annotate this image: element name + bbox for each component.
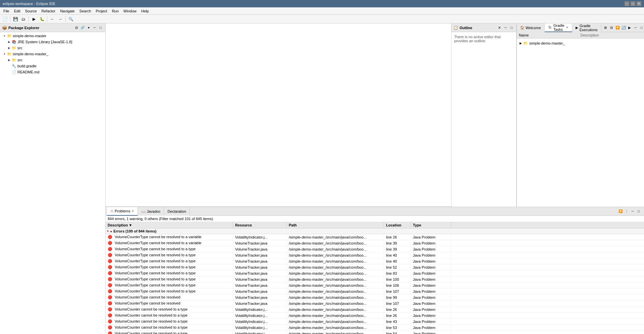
menu-help[interactable]: Help — [139, 8, 151, 14]
problem-desc-text-3: VolumeCounterType cannot be resolved to … — [115, 253, 196, 257]
problem-desc-text-9: VolumeCounterType cannot be resolved to … — [115, 289, 196, 293]
problem-row-2[interactable]: 🔴 VolumeCounterType cannot be resolved t… — [106, 246, 644, 252]
menu-navigate[interactable]: Navigate — [58, 8, 76, 14]
problem-row-16[interactable]: 🔴 VolumeCounter cannot be resolved to a … — [106, 331, 644, 334]
col-header-location[interactable]: Location — [384, 222, 411, 228]
menu-project[interactable]: Project — [94, 8, 109, 14]
tab-gradle-executions[interactable]: ▶ Gradle Executions — [572, 23, 601, 32]
maximize-button[interactable]: □ — [631, 1, 635, 6]
problem-row-7[interactable]: 🔴 VolumeCounterType cannot be resolved t… — [106, 276, 644, 282]
problem-cell-location-12: line 26 — [384, 307, 411, 312]
gradle-filter-button[interactable]: 🔽 — [615, 25, 620, 30]
debug-button[interactable]: 🐛 — [38, 15, 46, 23]
menu-edit[interactable]: Edit — [12, 8, 22, 14]
problem-row-1[interactable]: 🔴 VolumeCounterType cannot be resolved t… — [106, 240, 644, 246]
problems-scroll[interactable]: ▾ ● Errors (100 of 844 items) 🔴 VolumeCo… — [106, 228, 644, 334]
tab-problems[interactable]: ⚠ Problems ✕ — [107, 207, 138, 216]
tab-welcome[interactable]: 🏠 Welcome — [517, 23, 545, 32]
forward-button[interactable]: → — [57, 15, 64, 23]
save-button[interactable]: 💾 — [12, 15, 19, 23]
problem-row-12[interactable]: 🔴 VolumeCounter cannot be resolved to a … — [106, 307, 644, 313]
close-button[interactable]: ✕ — [637, 1, 641, 6]
gradle-tasks-close-icon[interactable]: ✕ — [566, 26, 569, 29]
outline-title: Outline — [460, 26, 495, 30]
menu-run[interactable]: Run — [110, 8, 121, 14]
tree-item-simple-demo-master[interactable]: ▾ 📁 simple-demo-master — [0, 33, 105, 39]
col-header-resource[interactable]: Resource — [233, 222, 287, 228]
tree-item-src1[interactable]: ▶ 📁 src — [0, 45, 105, 51]
outline-min-button[interactable]: ─ — [503, 25, 508, 30]
expand-icon-0[interactable]: ▾ — [2, 34, 7, 38]
problem-row-15[interactable]: 🔴 VolumeCounter cannot be resolved to a … — [106, 325, 644, 331]
tab-gradle-tasks[interactable]: 🐘 Gradle Tasks ✕ — [545, 23, 572, 32]
toolbar-sep-1 — [10, 16, 10, 22]
problem-cell-desc-1: 🔴 VolumeCounterType cannot be resolved t… — [106, 241, 233, 246]
gradle-item-simple-demo-master[interactable]: ▶ 📁 simple-demo-master_ — [518, 40, 643, 47]
problem-row-3[interactable]: 🔴 VolumeCounterType cannot be resolved t… — [106, 252, 644, 258]
gradle-collapse-button[interactable]: ⊟ — [609, 25, 614, 30]
collapse-all-button[interactable]: ⊟ — [74, 25, 79, 30]
outline-close-button[interactable]: ✕ — [497, 25, 502, 30]
search-button[interactable]: 🔍 — [67, 15, 74, 23]
package-explorer-controls: ⊟ 🔗 ▾ ─ □ — [74, 25, 103, 30]
back-button[interactable]: ← — [49, 15, 56, 23]
minimize-panel-button[interactable]: ─ — [92, 25, 97, 30]
problem-cell-desc-12: 🔴 VolumeCounter cannot be resolved to a … — [106, 307, 233, 312]
problem-row-14[interactable]: 🔴 VolumeCounter cannot be resolved to a … — [106, 319, 644, 325]
expand-icon-root2[interactable]: ▾ — [2, 52, 7, 56]
tree-item-readme[interactable]: ▶ 📄 README.md — [0, 69, 105, 75]
problems-max-button[interactable]: □ — [636, 209, 641, 214]
problem-row-5[interactable]: 🔴 VolumeCounterType cannot be resolved t… — [106, 264, 644, 270]
link-editor-button[interactable]: 🔗 — [80, 25, 85, 30]
gradle-refresh-button[interactable]: 🔄 — [621, 25, 626, 30]
error-group-expand-icon[interactable]: ▾ — [107, 229, 109, 233]
col-header-description[interactable]: Description ▼ — [106, 222, 233, 228]
problem-row-6[interactable]: 🔴 VolumeCounterType cannot be resolved t… — [106, 270, 644, 276]
gradle-run-button[interactable]: ▶ — [627, 25, 632, 30]
expand-icon-jre[interactable]: ▶ — [7, 40, 11, 44]
problem-cell-location-15: line 53 — [384, 325, 411, 330]
problem-cell-location-10: line 99 — [384, 295, 411, 300]
gradle-min-button[interactable]: ─ — [633, 25, 638, 30]
problems-menu-button[interactable]: ⋮ — [624, 209, 629, 214]
maximize-panel-button[interactable]: □ — [98, 25, 103, 30]
tree-item-build-gradle[interactable]: ▶ 🔧 build.gradle — [0, 63, 105, 69]
tree-item-src2[interactable]: ▶ 📁 src — [0, 57, 105, 63]
error-group-header[interactable]: ▾ ● Errors (100 of 844 items) — [106, 228, 644, 234]
view-menu-button[interactable]: ▾ — [86, 25, 91, 30]
menu-search[interactable]: Search — [77, 8, 93, 14]
tree-item-simple-demo-master2[interactable]: ▾ 📁 simple-demo-master_ — [0, 51, 105, 57]
minimize-button[interactable]: ─ — [625, 1, 629, 6]
tab-javadoc[interactable]: 📖 Javadoc — [138, 207, 164, 216]
col-desc-label: Description — [108, 223, 128, 227]
problems-close-icon[interactable]: ✕ — [131, 209, 134, 213]
tree-item-jre[interactable]: ▶ 📚 JRE System Library [JavaSE-1.8] — [0, 39, 105, 45]
problem-row-0[interactable]: 🔴 VolumeCounterType cannot be resolved t… — [106, 234, 644, 240]
expand-icon-src1[interactable]: ▶ — [7, 46, 11, 50]
problem-row-11[interactable]: 🔴 VolumeCounterType cannot be resolved V… — [106, 300, 644, 307]
menu-window[interactable]: Window — [121, 8, 139, 14]
problems-min-button[interactable]: ─ — [630, 209, 635, 214]
save-all-button[interactable]: 🗂 — [20, 15, 27, 23]
problem-row-10[interactable]: 🔴 VolumeCounterType cannot be resolved V… — [106, 294, 644, 300]
run-button[interactable]: ▶ — [30, 15, 38, 23]
menu-refactor[interactable]: Refactor — [40, 8, 58, 14]
problem-row-8[interactable]: 🔴 VolumeCounterType cannot be resolved t… — [106, 282, 644, 288]
problem-cell-location-11: line 107 — [384, 301, 411, 306]
problem-row-13[interactable]: 🔴 VolumeCounter cannot be resolved to a … — [106, 313, 644, 319]
outline-max-button[interactable]: □ — [509, 25, 514, 30]
col-header-path[interactable]: Path — [287, 222, 384, 228]
expand-icon-src2[interactable]: ▶ — [7, 58, 11, 62]
outline-controls: ✕ ─ □ — [497, 25, 514, 30]
problems-filter-button[interactable]: 🔽 — [618, 209, 623, 214]
new-button[interactable]: 📄 — [1, 15, 9, 23]
gradle-expand-button[interactable]: ⊞ — [603, 25, 608, 30]
problem-row-4[interactable]: 🔴 VolumeCounterType cannot be resolved t… — [106, 258, 644, 264]
problem-row-9[interactable]: 🔴 VolumeCounterType cannot be resolved t… — [106, 288, 644, 294]
menu-source[interactable]: Source — [23, 8, 39, 14]
menu-file[interactable]: File — [1, 8, 11, 14]
gradle-max-button[interactable]: □ — [639, 25, 644, 30]
col-header-type[interactable]: Type — [411, 222, 451, 228]
gradle-table-header: Name Description — [517, 32, 644, 39]
tab-declaration[interactable]: Declaration — [164, 207, 190, 216]
